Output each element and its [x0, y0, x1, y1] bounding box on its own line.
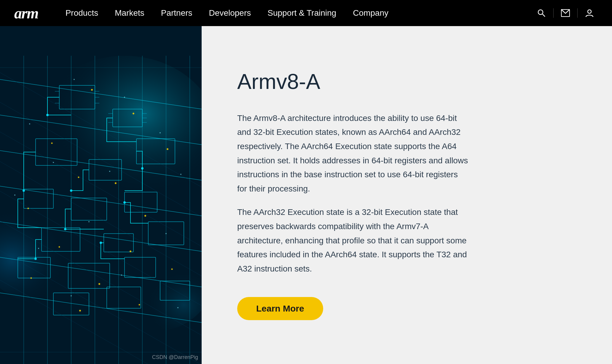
svg-point-74: [160, 132, 161, 133]
svg-point-51: [70, 189, 72, 192]
nav-products[interactable]: Products: [57, 0, 107, 26]
circuit-background: [0, 26, 202, 364]
arm-logo[interactable]: arm: [14, 4, 38, 22]
nav-company[interactable]: Company: [345, 0, 397, 26]
nav-divider-1: [553, 8, 554, 18]
mail-icon: [561, 9, 570, 17]
svg-point-65: [130, 250, 131, 252]
content-panel: Armv8-A The Armv8-A architecture introdu…: [202, 26, 612, 364]
svg-point-54: [64, 228, 66, 230]
svg-point-55: [34, 258, 37, 260]
nav-support-training[interactable]: Support & Training: [259, 0, 345, 26]
svg-point-82: [121, 274, 122, 276]
svg-point-69: [79, 310, 81, 312]
svg-point-48: [46, 114, 49, 116]
content-paragraph-2: The AArch32 Execution state is a 32-bit …: [237, 205, 468, 276]
svg-point-75: [53, 162, 54, 163]
nav-divider-2: [577, 8, 578, 18]
svg-point-56: [91, 89, 93, 91]
nav-developers[interactable]: Developers: [201, 0, 259, 26]
svg-point-58: [51, 143, 53, 144]
svg-point-66: [31, 277, 32, 279]
svg-point-77: [180, 174, 181, 175]
svg-point-79: [88, 221, 90, 222]
circuit-svg: [0, 26, 202, 364]
svg-point-70: [139, 304, 140, 306]
content-inner: Armv8-A The Armv8-A architecture introdu…: [237, 70, 468, 320]
svg-point-73: [29, 123, 30, 124]
learn-more-button[interactable]: Learn More: [237, 297, 323, 320]
svg-point-0: [538, 10, 543, 15]
svg-point-50: [23, 189, 25, 192]
svg-point-52: [123, 201, 126, 204]
search-button[interactable]: [533, 5, 550, 21]
hero-image-panel: CSDN @DarrenPig: [0, 26, 202, 364]
svg-point-61: [115, 182, 117, 184]
svg-point-71: [74, 79, 75, 80]
svg-point-72: [124, 97, 125, 98]
svg-point-78: [14, 194, 15, 196]
search-icon: [537, 9, 546, 17]
user-icon: [585, 9, 594, 17]
navigation: arm Products Markets Partners Developers…: [0, 0, 612, 26]
svg-point-49: [141, 167, 144, 170]
svg-point-68: [171, 269, 173, 270]
svg-point-83: [71, 295, 72, 296]
svg-point-59: [167, 148, 168, 150]
page-title: Armv8-A: [237, 70, 468, 93]
svg-point-63: [144, 215, 146, 217]
watermark: CSDN @DarrenPig: [152, 354, 198, 360]
user-button[interactable]: [581, 5, 598, 21]
svg-point-60: [78, 177, 79, 178]
nav-markets[interactable]: Markets: [106, 0, 153, 26]
svg-point-53: [100, 242, 102, 244]
svg-point-76: [109, 171, 110, 172]
svg-point-3: [588, 10, 591, 13]
content-paragraph-1: The Armv8-A architecture introduces the …: [237, 111, 468, 196]
svg-point-67: [98, 283, 100, 285]
main-container: CSDN @DarrenPig Armv8-A The Armv8-A arch…: [0, 26, 612, 364]
nav-links: Products Markets Partners Developers Sup…: [57, 0, 533, 26]
svg-line-1: [543, 14, 545, 17]
svg-point-81: [38, 248, 39, 249]
svg-point-62: [28, 208, 29, 209]
svg-point-80: [165, 233, 167, 234]
svg-point-64: [59, 246, 60, 248]
mail-button[interactable]: [557, 5, 574, 21]
svg-point-84: [177, 307, 179, 308]
svg-point-57: [133, 113, 134, 114]
nav-icon-group: [533, 5, 598, 21]
nav-partners[interactable]: Partners: [153, 0, 201, 26]
